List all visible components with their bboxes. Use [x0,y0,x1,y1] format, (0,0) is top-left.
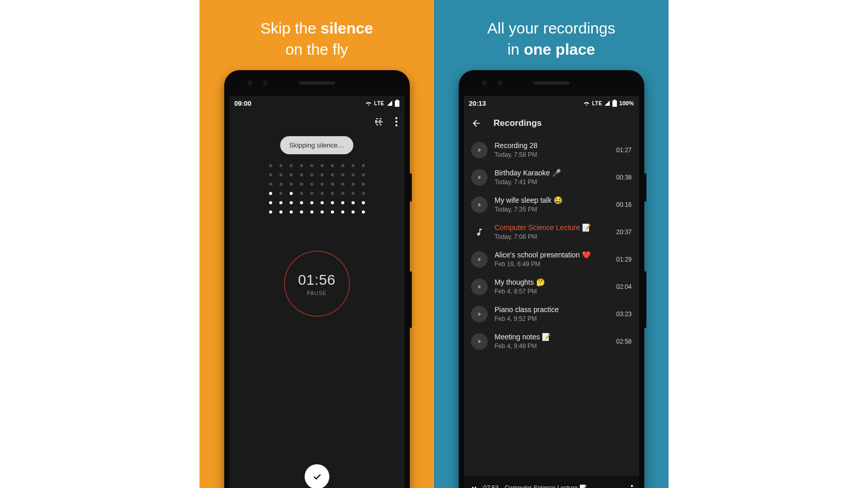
recording-title: Birthday Karaoke 🎤 [495,169,609,177]
headline-line1: All your recordings [487,20,615,37]
mini-title: Computer Science Lecture 📝 [505,484,587,489]
lte-label: LTE [592,101,603,106]
promo-panel-recordings: All your recordings in one place 20:13 L… [434,0,669,488]
more-icon[interactable] [631,485,633,488]
recording-meta: My wife sleep talk 😂Today, 7:35 PM [495,196,609,213]
promo-panel-recorder: Skip the silence on the fly 09:00 LTE [199,0,434,488]
recording-row[interactable]: Meeting notes 📝Feb 4, 9:49 PM02:58 [464,328,639,355]
mini-player-text: 07:53·Computer Science Lecture 📝 [483,484,626,489]
status-bar: 20:13 LTE 100% [464,96,639,110]
signal-icon [604,100,610,106]
play-button[interactable] [471,251,488,268]
phone-speaker [299,82,335,85]
phone-frame: 20:13 LTE 100% Recordings Recordi [459,70,644,488]
recording-meta: Meeting notes 📝Feb 4, 9:49 PM [495,333,609,350]
recording-row[interactable]: Piano class practiceFeb 4, 9:52 PM03:23 [464,300,639,328]
recording-row[interactable]: Alice's school presentation ❤️Feb 19, 6:… [464,246,639,273]
recording-duration: 00:38 [616,174,631,181]
recording-meta: Birthday Karaoke 🎤Today, 7:41 PM [495,169,609,186]
music-note-icon [471,224,488,240]
status-time: 20:13 [469,100,486,107]
headline: Skip the silence on the fly [260,18,373,60]
toast-text: Skipping silence… [289,141,344,149]
recording-meta: Alice's school presentation ❤️Feb 19, 6:… [495,251,609,268]
audio-visualizer [268,163,366,215]
phone-sensor [482,80,487,86]
phone-volume-button [410,271,412,328]
headline-bold: silence [321,20,373,37]
recording-date: Feb 19, 6:49 PM [495,261,609,268]
phone-frame: 09:00 LTE [224,70,410,488]
phone-sensor [497,80,503,86]
recording-row[interactable]: Recording 28Today, 7:58 PM01:27 [464,136,639,164]
recorder-toolbar [229,110,405,133]
lte-label: LTE [374,101,385,106]
phone-volume-button [644,271,646,328]
recording-title: Alice's school presentation ❤️ [495,251,609,259]
recordings-appbar: Recordings [464,110,639,136]
battery-icon [612,100,617,107]
headline-line2-pre: in [507,41,524,58]
pause-button[interactable] [470,485,478,488]
play-button[interactable] [471,169,488,186]
signal-icon [387,100,393,106]
recording-duration: 01:29 [616,256,631,263]
status-bar: 09:00 LTE [229,96,405,110]
recording-row[interactable]: My thoughts 🤔Feb 4, 9:57 PM02:04 [464,273,639,300]
recording-title: My thoughts 🤔 [495,278,609,286]
recorder-screen: 09:00 LTE [229,96,405,488]
record-sublabel: PAUSE [307,290,326,296]
battery-icon [395,100,399,107]
recording-duration: 00:16 [616,201,631,208]
play-button[interactable] [471,197,488,213]
play-button[interactable] [471,142,488,158]
recording-row[interactable]: Computer Science Lecture 📝Today, 7:06 PM… [464,218,639,246]
phone-power-button [410,173,412,202]
recording-duration: 20:37 [616,229,631,236]
recording-date: Today, 7:06 PM [495,233,609,240]
arrow-left-icon [471,118,481,128]
recording-title: Piano class practice [495,305,609,314]
play-button[interactable] [471,333,488,350]
recording-date: Feb 4, 9:52 PM [495,315,609,322]
pause-icon [470,485,478,488]
play-button[interactable] [471,279,488,295]
recordings-screen: 20:13 LTE 100% Recordings Recordi [464,96,639,488]
record-pause-button[interactable]: 01:56 PAUSE [284,251,350,317]
recordings-list[interactable]: Recording 28Today, 7:58 PM01:27Birthday … [464,136,639,355]
record-timer: 01:56 [298,272,336,288]
recording-duration: 02:58 [616,338,631,345]
status-time: 09:00 [235,100,252,107]
svg-point-0 [395,117,397,119]
more-icon[interactable] [395,117,397,126]
back-button[interactable] [471,118,481,128]
phone-power-button [644,173,646,202]
recording-duration: 01:27 [616,147,631,154]
recording-date: Feb 4, 9:57 PM [495,288,609,295]
recording-title: My wife sleep talk 😂 [495,196,609,204]
done-button[interactable] [305,464,329,488]
mini-elapsed: 07:53 [483,484,499,489]
recording-meta: Computer Science Lecture 📝Today, 7:06 PM [495,223,609,240]
wifi-icon [583,101,590,106]
phone-speaker [533,82,570,85]
svg-point-2 [395,124,397,126]
wifi-icon [365,101,372,106]
recording-row[interactable]: Birthday Karaoke 🎤Today, 7:41 PM00:38 [464,164,639,191]
phone-sensor [247,80,253,86]
recording-date: Feb 4, 9:49 PM [495,343,609,350]
play-button[interactable] [471,306,488,322]
headline-line2: on the fly [286,41,348,58]
recording-row[interactable]: My wife sleep talk 😂Today, 7:35 PM00:16 [464,191,639,218]
mini-player: 07:53·Computer Science Lecture 📝 [464,476,639,488]
recording-title: Recording 28 [495,141,609,150]
headline-line2-bold: one place [524,41,595,58]
battery-percent: 100% [619,100,633,106]
headline: All your recordings in one place [487,18,615,60]
headline-text: Skip the [260,20,321,37]
skip-silence-icon[interactable] [374,117,384,127]
recording-duration: 02:04 [616,283,631,290]
recording-meta: Recording 28Today, 7:58 PM [495,141,609,158]
recording-title: Meeting notes 📝 [495,333,609,341]
appbar-title: Recordings [494,118,542,128]
